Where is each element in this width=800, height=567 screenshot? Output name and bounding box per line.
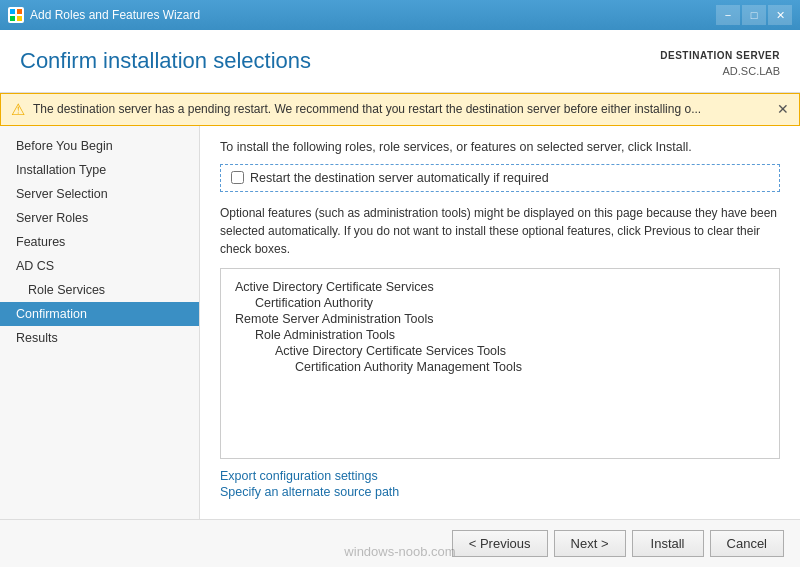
warning-text: The destination server has a pending res… xyxy=(33,102,769,116)
svg-rect-3 xyxy=(17,16,22,21)
feature-item: Active Directory Certificate Services xyxy=(235,279,765,295)
links-section: Export configuration settings Specify an… xyxy=(220,469,780,501)
warning-bar: ⚠ The destination server has a pending r… xyxy=(0,93,800,126)
sidebar-item-ad-cs[interactable]: AD CS xyxy=(0,254,199,278)
window-title: Add Roles and Features Wizard xyxy=(30,8,200,22)
app-icon xyxy=(8,7,24,23)
svg-rect-0 xyxy=(10,9,15,14)
footer: < Previous Next > Install Cancel xyxy=(0,519,800,567)
main-description: To install the following roles, role ser… xyxy=(220,140,780,154)
server-label: DESTINATION SERVER xyxy=(660,48,780,63)
title-bar-controls: − □ ✕ xyxy=(716,5,792,25)
server-name: AD.SC.LAB xyxy=(660,63,780,80)
sidebar-item-results[interactable]: Results xyxy=(0,326,199,350)
title-bar-left: Add Roles and Features Wizard xyxy=(8,7,200,23)
optional-description: Optional features (such as administratio… xyxy=(220,204,780,258)
title-bar: Add Roles and Features Wizard − □ ✕ xyxy=(0,0,800,30)
restart-checkbox[interactable] xyxy=(231,171,244,184)
export-config-link[interactable]: Export configuration settings xyxy=(220,469,780,483)
main-panel: To install the following roles, role ser… xyxy=(200,126,800,520)
minimize-button[interactable]: − xyxy=(716,5,740,25)
server-info: DESTINATION SERVER AD.SC.LAB xyxy=(660,48,780,80)
sidebar-item-before-you-begin[interactable]: Before You Begin xyxy=(0,134,199,158)
sidebar: Before You BeginInstallation TypeServer … xyxy=(0,126,200,520)
feature-item: Certification Authority xyxy=(235,295,765,311)
svg-rect-1 xyxy=(17,9,22,14)
maximize-button[interactable]: □ xyxy=(742,5,766,25)
feature-item: Certification Authority Management Tools xyxy=(235,359,765,375)
close-button[interactable]: ✕ xyxy=(768,5,792,25)
sidebar-item-confirmation[interactable]: Confirmation xyxy=(0,302,199,326)
content-area: Before You BeginInstallation TypeServer … xyxy=(0,126,800,520)
install-button[interactable]: Install xyxy=(632,530,704,557)
next-button[interactable]: Next > xyxy=(554,530,626,557)
feature-item: Role Administration Tools xyxy=(235,327,765,343)
previous-button[interactable]: < Previous xyxy=(452,530,548,557)
sidebar-item-features[interactable]: Features xyxy=(0,230,199,254)
warning-icon: ⚠ xyxy=(11,100,25,119)
cancel-button[interactable]: Cancel xyxy=(710,530,784,557)
restart-checkbox-row: Restart the destination server automatic… xyxy=(220,164,780,192)
header: Confirm installation selections DESTINAT… xyxy=(0,30,800,93)
main-window: Confirm installation selections DESTINAT… xyxy=(0,30,800,567)
warning-close-button[interactable]: ✕ xyxy=(777,101,789,117)
sidebar-item-installation-type[interactable]: Installation Type xyxy=(0,158,199,182)
feature-item: Remote Server Administration Tools xyxy=(235,311,765,327)
sidebar-item-role-services[interactable]: Role Services xyxy=(0,278,199,302)
sidebar-item-server-selection[interactable]: Server Selection xyxy=(0,182,199,206)
page-title: Confirm installation selections xyxy=(20,48,311,74)
alternate-source-link[interactable]: Specify an alternate source path xyxy=(220,485,780,499)
restart-label[interactable]: Restart the destination server automatic… xyxy=(250,171,549,185)
svg-rect-2 xyxy=(10,16,15,21)
features-box: Active Directory Certificate ServicesCer… xyxy=(220,268,780,460)
sidebar-item-server-roles[interactable]: Server Roles xyxy=(0,206,199,230)
feature-item: Active Directory Certificate Services To… xyxy=(235,343,765,359)
